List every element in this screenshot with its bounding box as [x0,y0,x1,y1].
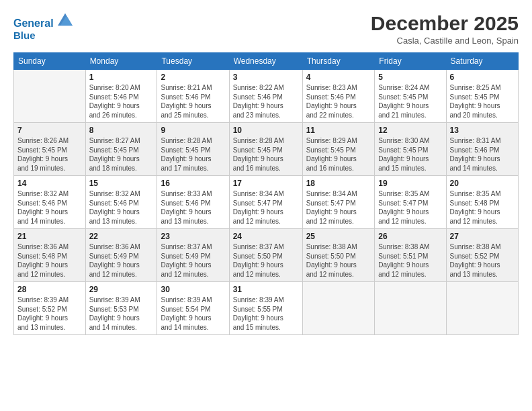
day-info: Sunrise: 8:39 AM Sunset: 5:55 PM Dayligh… [233,295,299,332]
day-number: 9 [161,126,225,135]
day-number: 24 [233,232,299,241]
title-section: December 2025 Casla, Castille and Leon, … [371,12,519,46]
calendar-cell: 22Sunrise: 8:36 AM Sunset: 5:49 PM Dayli… [85,229,157,282]
calendar-cell: 3Sunrise: 8:22 AM Sunset: 5:46 PM Daylig… [229,70,302,123]
weekday-header-thursday: Thursday [302,53,375,70]
day-info: Sunrise: 8:28 AM Sunset: 5:45 PM Dayligh… [233,136,299,173]
day-number: 28 [17,285,82,294]
day-info: Sunrise: 8:36 AM Sunset: 5:49 PM Dayligh… [89,242,154,279]
day-info: Sunrise: 8:21 AM Sunset: 5:46 PM Dayligh… [161,83,225,120]
calendar-cell: 4Sunrise: 8:23 AM Sunset: 5:46 PM Daylig… [302,70,375,123]
day-number: 25 [306,232,371,241]
calendar-cell: 31Sunrise: 8:39 AM Sunset: 5:55 PM Dayli… [229,282,302,335]
day-info: Sunrise: 8:24 AM Sunset: 5:45 PM Dayligh… [378,83,442,120]
header: General Blue December 2025 Casla, Castil… [13,12,519,46]
calendar-cell: 20Sunrise: 8:35 AM Sunset: 5:48 PM Dayli… [446,176,518,229]
calendar-cell: 13Sunrise: 8:31 AM Sunset: 5:46 PM Dayli… [446,123,518,176]
day-number: 12 [378,126,442,135]
calendar-cell: 29Sunrise: 8:39 AM Sunset: 5:53 PM Dayli… [85,282,157,335]
calendar-week-row: 1Sunrise: 8:20 AM Sunset: 5:46 PM Daylig… [14,70,519,123]
day-number: 5 [378,73,442,82]
day-number: 23 [161,232,225,241]
calendar-cell: 26Sunrise: 8:38 AM Sunset: 5:51 PM Dayli… [375,229,446,282]
calendar-cell [375,282,446,335]
day-number: 13 [450,126,515,135]
day-info: Sunrise: 8:39 AM Sunset: 5:54 PM Dayligh… [161,295,225,332]
day-info: Sunrise: 8:38 AM Sunset: 5:51 PM Dayligh… [378,242,442,279]
day-info: Sunrise: 8:35 AM Sunset: 5:48 PM Dayligh… [450,189,515,226]
day-number: 31 [233,285,299,294]
weekday-header-saturday: Saturday [446,53,518,70]
weekday-header-wednesday: Wednesday [229,53,302,70]
calendar-cell: 18Sunrise: 8:34 AM Sunset: 5:47 PM Dayli… [302,176,375,229]
day-number: 21 [17,232,82,241]
day-number: 3 [233,73,299,82]
day-info: Sunrise: 8:25 AM Sunset: 5:45 PM Dayligh… [450,83,515,120]
logo: General Blue [13,12,73,42]
calendar-cell [446,282,518,335]
calendar-cell: 10Sunrise: 8:28 AM Sunset: 5:45 PM Dayli… [229,123,302,176]
day-info: Sunrise: 8:28 AM Sunset: 5:45 PM Dayligh… [161,136,225,173]
logo-subtext: Blue [13,30,73,42]
day-info: Sunrise: 8:27 AM Sunset: 5:45 PM Dayligh… [89,136,154,173]
calendar-table: SundayMondayTuesdayWednesdayThursdayFrid… [13,52,519,335]
day-number: 11 [306,126,371,135]
calendar-header-row: SundayMondayTuesdayWednesdayThursdayFrid… [14,53,519,70]
calendar-cell: 12Sunrise: 8:30 AM Sunset: 5:45 PM Dayli… [375,123,446,176]
day-number: 6 [450,73,515,82]
day-number: 1 [89,73,154,82]
day-info: Sunrise: 8:32 AM Sunset: 5:46 PM Dayligh… [17,189,82,226]
day-info: Sunrise: 8:20 AM Sunset: 5:46 PM Dayligh… [89,83,154,120]
calendar-cell: 8Sunrise: 8:27 AM Sunset: 5:45 PM Daylig… [85,123,157,176]
calendar-cell: 6Sunrise: 8:25 AM Sunset: 5:45 PM Daylig… [446,70,518,123]
calendar-cell: 19Sunrise: 8:35 AM Sunset: 5:47 PM Dayli… [375,176,446,229]
day-number: 4 [306,73,371,82]
calendar-cell: 2Sunrise: 8:21 AM Sunset: 5:46 PM Daylig… [157,70,229,123]
day-number: 16 [161,179,225,188]
weekday-header-tuesday: Tuesday [157,53,229,70]
month-title: December 2025 [371,12,519,34]
day-info: Sunrise: 8:39 AM Sunset: 5:53 PM Dayligh… [89,295,154,332]
day-info: Sunrise: 8:29 AM Sunset: 5:45 PM Dayligh… [306,136,371,173]
calendar-cell: 11Sunrise: 8:29 AM Sunset: 5:45 PM Dayli… [302,123,375,176]
calendar-cell: 15Sunrise: 8:32 AM Sunset: 5:46 PM Dayli… [85,176,157,229]
calendar-week-row: 21Sunrise: 8:36 AM Sunset: 5:48 PM Dayli… [14,229,519,282]
calendar-week-row: 7Sunrise: 8:26 AM Sunset: 5:45 PM Daylig… [14,123,519,176]
logo-icon [58,12,73,27]
calendar-cell: 1Sunrise: 8:20 AM Sunset: 5:46 PM Daylig… [85,70,157,123]
day-info: Sunrise: 8:34 AM Sunset: 5:47 PM Dayligh… [233,189,299,226]
day-info: Sunrise: 8:38 AM Sunset: 5:52 PM Dayligh… [450,242,515,279]
day-info: Sunrise: 8:30 AM Sunset: 5:45 PM Dayligh… [378,136,442,173]
calendar-cell: 23Sunrise: 8:37 AM Sunset: 5:49 PM Dayli… [157,229,229,282]
day-info: Sunrise: 8:23 AM Sunset: 5:46 PM Dayligh… [306,83,371,120]
day-number: 7 [17,126,82,135]
page: General Blue December 2025 Casla, Castil… [0,0,532,411]
calendar-cell: 24Sunrise: 8:37 AM Sunset: 5:50 PM Dayli… [229,229,302,282]
day-number: 17 [233,179,299,188]
day-info: Sunrise: 8:38 AM Sunset: 5:50 PM Dayligh… [306,242,371,279]
day-number: 30 [161,285,225,294]
day-info: Sunrise: 8:39 AM Sunset: 5:52 PM Dayligh… [17,295,82,332]
day-number: 18 [306,179,371,188]
weekday-header-monday: Monday [85,53,157,70]
day-info: Sunrise: 8:32 AM Sunset: 5:46 PM Dayligh… [89,189,154,226]
day-info: Sunrise: 8:31 AM Sunset: 5:46 PM Dayligh… [450,136,515,173]
calendar-cell: 27Sunrise: 8:38 AM Sunset: 5:52 PM Dayli… [446,229,518,282]
calendar-cell: 28Sunrise: 8:39 AM Sunset: 5:52 PM Dayli… [14,282,86,335]
calendar-cell [302,282,375,335]
calendar-cell: 16Sunrise: 8:33 AM Sunset: 5:46 PM Dayli… [157,176,229,229]
day-number: 2 [161,73,225,82]
day-info: Sunrise: 8:22 AM Sunset: 5:46 PM Dayligh… [233,83,299,120]
day-number: 14 [17,179,82,188]
location: Casla, Castille and Leon, Spain [371,36,519,46]
day-info: Sunrise: 8:33 AM Sunset: 5:46 PM Dayligh… [161,189,225,226]
weekday-header-sunday: Sunday [14,53,86,70]
day-number: 10 [233,126,299,135]
logo-text: General [13,12,73,30]
calendar-cell: 25Sunrise: 8:38 AM Sunset: 5:50 PM Dayli… [302,229,375,282]
calendar-cell: 5Sunrise: 8:24 AM Sunset: 5:45 PM Daylig… [375,70,446,123]
day-info: Sunrise: 8:26 AM Sunset: 5:45 PM Dayligh… [17,136,82,173]
calendar-cell: 21Sunrise: 8:36 AM Sunset: 5:48 PM Dayli… [14,229,86,282]
calendar-cell: 14Sunrise: 8:32 AM Sunset: 5:46 PM Dayli… [14,176,86,229]
calendar-cell: 9Sunrise: 8:28 AM Sunset: 5:45 PM Daylig… [157,123,229,176]
